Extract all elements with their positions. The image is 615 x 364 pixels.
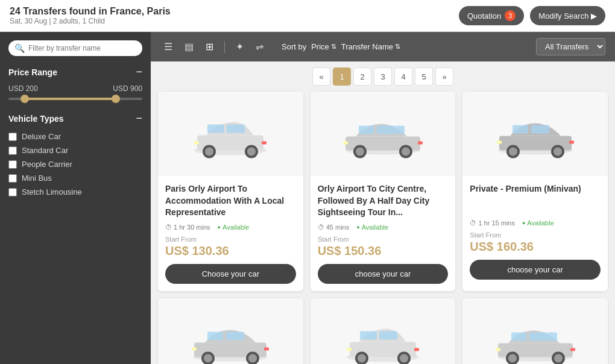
svg-rect-28 (531, 125, 549, 134)
svg-rect-61 (570, 348, 575, 351)
vehicle-type-checkbox-1[interactable] (8, 146, 17, 155)
sidebar: 🔍 Price Range − USD 200 USD 900 Vehicle … (0, 32, 151, 364)
price-max: USD 900 (113, 84, 142, 93)
svg-point-26 (554, 148, 562, 156)
svg-point-46 (400, 354, 408, 362)
svg-rect-16 (359, 126, 374, 134)
transfer-card: Paris Orly Airport To Accommodation With… (158, 92, 303, 291)
card-image (311, 298, 456, 364)
main-content: ☰ ▤ ⊞ ✦ ⇌ Sort by Price ⇅ Transfer Name … (151, 32, 615, 364)
svg-rect-58 (529, 332, 547, 340)
vehicle-type-label-3: Mini Bus (22, 174, 52, 183)
header-actions: Quotation 3 Modify Search ▶ (459, 6, 605, 25)
price-slider-track (8, 98, 142, 100)
sort-transfer-button[interactable]: Transfer Name ⇅ (341, 42, 400, 51)
transfer-card: Private - Premium (Minivan) ⏱ 1 hr 15 mi… (462, 92, 608, 291)
transfer-card: Orly Airport To City Centre, Followed By… (311, 92, 456, 291)
pagination-page-1[interactable]: 1 (333, 67, 351, 86)
price-min: USD 200 (8, 84, 38, 93)
sort-price-button[interactable]: Price ⇅ (311, 42, 336, 51)
transfer-card: Paris Orly Airport To ⏱ 50 mins Availabl… (311, 298, 456, 364)
svg-rect-6 (207, 125, 224, 133)
toolbar-left: ☰ ▤ ⊞ ✦ ⇌ Sort by Price ⇅ Transfer Name … (160, 39, 400, 54)
svg-point-24 (509, 148, 517, 156)
pagination-next[interactable]: » (435, 67, 453, 86)
cards-grid: Paris Orly Airport To Accommodation With… (151, 92, 615, 364)
svg-point-3 (205, 148, 213, 156)
modify-search-button[interactable]: Modify Search ▶ (530, 6, 605, 25)
svg-point-34 (204, 354, 212, 362)
svg-rect-30 (569, 141, 574, 144)
quotation-button[interactable]: Quotation 3 (459, 6, 524, 25)
toolbar: ☰ ▤ ⊞ ✦ ⇌ Sort by Price ⇅ Transfer Name … (151, 32, 615, 61)
svg-rect-18 (395, 126, 405, 134)
price-slider-thumb-right[interactable] (112, 95, 120, 103)
card-meta: ⏱ 45 mins Available (318, 224, 449, 231)
vehicle-types-section: Vehicle Types − Deluxe CarStandard CarPe… (8, 112, 142, 196)
view-option1-button[interactable]: ✦ (232, 39, 247, 54)
pagination-page-2[interactable]: 2 (353, 67, 371, 86)
svg-rect-50 (414, 348, 419, 351)
choose-car-button[interactable]: Choose your car (165, 264, 296, 284)
choose-car-button[interactable]: choose your car (470, 260, 601, 280)
card-image (311, 92, 456, 176)
pagination-page-3[interactable]: 3 (374, 67, 392, 86)
vehicle-type-checkbox-3[interactable] (8, 174, 17, 183)
pagination-prev[interactable]: « (312, 67, 330, 86)
price-slider-thumb-left[interactable] (20, 95, 29, 103)
sort-price-arrow: ⇅ (331, 43, 336, 51)
transfer-card: Orly Airport To City Centre, ⏱ 40 mins A… (462, 298, 608, 364)
vehicle-type-checkbox-4[interactable] (8, 188, 17, 196)
card-start-from: Start From (318, 236, 449, 243)
pagination-page-4[interactable]: 4 (394, 67, 412, 86)
card-duration: ⏱ 1 hr 30 mins (165, 224, 210, 231)
svg-rect-38 (226, 331, 244, 340)
svg-rect-49 (347, 348, 352, 351)
vehicle-type-label-0: Deluxe Car (22, 132, 61, 141)
svg-rect-59 (547, 332, 557, 340)
card-start-from: Start From (470, 231, 601, 239)
pagination-page-5[interactable]: 5 (415, 67, 433, 86)
view-grid-button[interactable]: ⊞ (202, 39, 217, 54)
card-meta: ⏱ 1 hr 30 mins Available (165, 224, 296, 231)
price-range-toggle[interactable]: − (136, 66, 142, 78)
card-image (158, 298, 303, 364)
view-list2-button[interactable]: ▤ (181, 39, 197, 54)
transfer-card: Private - Premium ⏱ 1 hr 20 mins Availab… (158, 298, 303, 364)
price-range-section: Price Range − USD 200 USD 900 (8, 66, 142, 100)
vehicle-types-header: Vehicle Types − (8, 112, 142, 125)
card-image (462, 92, 608, 176)
sort-transfer-label: Transfer Name (341, 42, 393, 51)
choose-car-button[interactable]: choose your car (318, 264, 449, 284)
price-range-header: Price Range − (8, 66, 142, 78)
search-container[interactable]: 🔍 (8, 40, 142, 56)
svg-point-36 (248, 354, 257, 362)
search-input[interactable] (28, 44, 136, 52)
filter-select[interactable]: All Transfers (536, 38, 605, 55)
svg-rect-40 (264, 347, 269, 350)
vehicle-type-item: Mini Bus (8, 174, 142, 183)
card-available: Available (522, 219, 554, 227)
vehicle-type-item: Standard Car (8, 146, 142, 155)
view-option2-button[interactable]: ⇌ (252, 39, 267, 54)
card-start-from: Start From (165, 236, 296, 243)
svg-point-54 (508, 354, 517, 362)
card-body: Private - Premium (Minivan) ⏱ 1 hr 15 mi… (462, 176, 608, 287)
header-info: 24 Transfers found in France, Paris Sat,… (10, 6, 171, 25)
card-duration: ⏱ 1 hr 15 mins (470, 219, 515, 227)
view-list-button[interactable]: ☰ (160, 39, 176, 54)
vehicle-types-toggle[interactable]: − (136, 112, 142, 125)
svg-rect-27 (512, 125, 528, 134)
svg-point-13 (356, 148, 364, 156)
vehicle-type-checkbox-0[interactable] (8, 133, 17, 141)
svg-rect-48 (379, 331, 397, 339)
quotation-badge: 3 (505, 10, 516, 21)
toolbar-right: All Transfers (536, 38, 605, 55)
svg-rect-9 (262, 142, 266, 145)
vehicle-type-label-4: Stetch Limousine (22, 187, 82, 196)
vehicle-type-checkbox-2[interactable] (8, 160, 17, 169)
toolbar-divider (224, 41, 225, 53)
card-price: US$ 160.36 (470, 240, 601, 254)
price-range-title: Price Range (8, 67, 57, 77)
card-price: US$ 150.36 (318, 244, 449, 258)
